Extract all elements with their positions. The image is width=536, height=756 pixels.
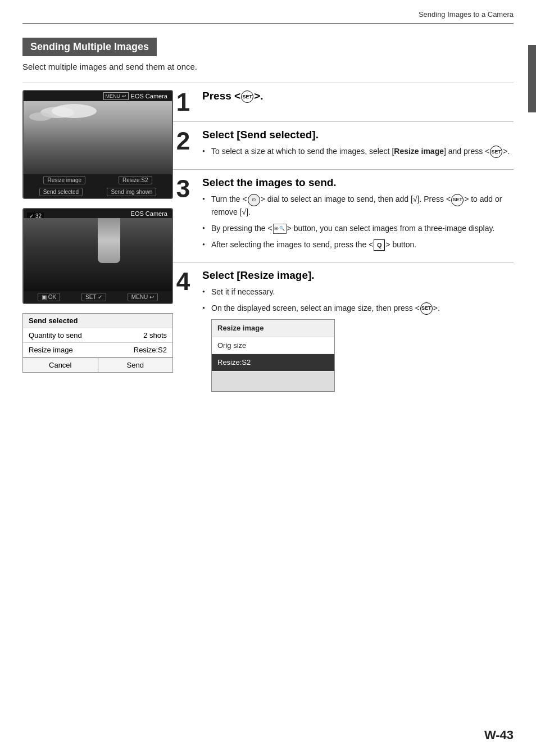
step-2-content: Select [Send selected]. To select a size… xyxy=(202,129,510,162)
cam1-top-bar: MENU ↩ EOS Camera xyxy=(24,91,172,101)
step-3-title: Select the images to send. xyxy=(202,176,514,189)
thumb-icon: ⊞·🔍 xyxy=(273,224,287,234)
cloud2 xyxy=(52,104,97,118)
step-3-bullet-3: After selecting the images to send, pres… xyxy=(202,239,514,251)
steps-right: 1 Press <SET>. 2 Select [Send selected]. xyxy=(173,90,514,399)
section-divider xyxy=(22,83,514,83)
ui-send-selected-label: Send selected xyxy=(29,316,78,325)
q-btn-icon: Q xyxy=(374,239,385,251)
waterfall-white xyxy=(98,218,120,263)
send-selected-btn: Send selected xyxy=(39,188,83,196)
camera-screen-2: ✓ 32 EOS Camera ▣ OK SET ✓ MENU ↩ xyxy=(22,208,173,304)
cancel-button[interactable]: Cancel xyxy=(23,358,98,372)
step-3-row: 3 Select the images to send. Turn the <⊙… xyxy=(173,176,514,255)
cam2-image xyxy=(24,218,172,291)
step1-divider xyxy=(173,121,514,122)
step-4-bullet-1: Set it if necessary. xyxy=(202,286,440,298)
cam1-bottom-bar: Resize image Resize:S2 xyxy=(24,174,172,186)
menu-icon: MENU ↩ xyxy=(103,92,129,100)
ui-quantity-value: 2 shots xyxy=(143,331,167,339)
step-4-title: Select [Resize image]. xyxy=(202,269,440,282)
step-3-bullet-1: Turn the <⊙> dial to select an image to … xyxy=(202,193,514,218)
step-1-content: Press <SET>. xyxy=(202,90,264,115)
cam2-ok-btn: ▣ OK xyxy=(38,293,60,301)
step-4-num: 4 xyxy=(173,269,193,392)
ui-screen: Send selected Quantity to send 2 shots R… xyxy=(22,313,173,373)
set-icon-1: SET xyxy=(241,90,253,103)
send-img-shown-btn: Send img shown xyxy=(107,188,156,196)
step-2-bullet-1: To select a size at which to send the im… xyxy=(202,146,510,158)
subtitle: Select multiple images and send them at … xyxy=(22,62,514,71)
ui-row-resize: Resize image Resize:S2 xyxy=(23,343,172,357)
step-3-body: Turn the <⊙> dial to select an image to … xyxy=(202,193,514,251)
cloud3 xyxy=(29,112,52,121)
resize-dropdown-header: Resize image xyxy=(212,320,334,337)
step2-divider xyxy=(173,169,514,170)
camera-screen-1: MENU ↩ EOS Camera Resize image Resize:S2… xyxy=(22,90,173,199)
page-header: Sending Images to a Camera xyxy=(0,0,536,23)
dial-icon: ⊙ xyxy=(248,194,260,206)
ui-row-header: Send selected xyxy=(23,314,172,328)
step-2-num: 2 xyxy=(173,129,193,162)
set-icon-4: SET xyxy=(420,302,433,315)
step-3-num: 3 xyxy=(173,176,193,255)
step-2-title: Select [Send selected]. xyxy=(202,129,510,141)
ui-resize-value: Resize:S2 xyxy=(134,346,167,354)
content-area: Sending Multiple Images Select multiple … xyxy=(0,24,536,421)
cam1-image xyxy=(24,101,172,174)
resize-s2-btn: Resize:S2 xyxy=(119,176,152,184)
step-2-row: 2 Select [Send selected]. To select a si… xyxy=(173,129,514,162)
resize-image-btn: Resize image xyxy=(43,176,85,184)
step-1-num: 1 xyxy=(173,90,193,115)
resize-s2: Resize:S2 xyxy=(212,354,334,372)
step-4-content: Select [Resize image]. Set it if necessa… xyxy=(202,269,440,392)
ui-row-quantity: Quantity to send 2 shots xyxy=(23,328,172,343)
set-icon-3: SET xyxy=(451,194,464,206)
right-sidebar-strip xyxy=(528,45,536,112)
step-1-title: Press <SET>. xyxy=(202,90,264,103)
step-3-content: Select the images to send. Turn the <⊙> … xyxy=(202,176,514,255)
resize-orig-size: Orig size xyxy=(212,337,334,355)
main-layout: MENU ↩ EOS Camera Resize image Resize:S2… xyxy=(22,90,514,399)
step-4-row: 4 Select [Resize image]. Set it if neces… xyxy=(173,269,514,392)
header-text: Sending Images to a Camera xyxy=(419,10,514,19)
section-title: Sending Multiple Images xyxy=(22,38,157,56)
page-number: W-43 xyxy=(484,728,514,743)
step-3-bullet-2: By pressing the <⊞·🔍> button, you can se… xyxy=(202,223,514,234)
ui-quantity-label: Quantity to send xyxy=(29,331,82,339)
cam1-bottom-bar2: Send selected Send img shown xyxy=(24,186,172,198)
ui-resize-label: Resize image xyxy=(29,346,73,354)
cam1-label: EOS Camera xyxy=(131,93,167,99)
cam2-set-btn: SET ✓ xyxy=(81,293,106,301)
step-4-bullet-2: On the displayed screen, select an image… xyxy=(202,302,440,315)
step-2-body: To select a size at which to send the im… xyxy=(202,146,510,158)
cam2-menu-btn: MENU ↩ xyxy=(128,293,158,301)
set-icon-2: SET xyxy=(490,146,502,158)
cam2-top-bar: ✓ 32 EOS Camera xyxy=(24,209,172,218)
step3-divider xyxy=(173,262,514,262)
cam2-label: EOS Camera xyxy=(131,210,167,217)
step-4-body: Set it if necessary. On the displayed sc… xyxy=(202,286,440,392)
ui-screen-buttons: Cancel Send xyxy=(23,357,172,372)
resize-empty xyxy=(212,372,334,392)
resize-dropdown: Resize image Orig size Resize:S2 xyxy=(211,319,335,392)
send-button[interactable]: Send xyxy=(98,358,173,372)
cam2-bottom-bar: ▣ OK SET ✓ MENU ↩ xyxy=(24,291,172,303)
waterfall-scene xyxy=(24,218,172,291)
sky-scene xyxy=(24,101,172,174)
step-1-row: 1 Press <SET>. xyxy=(173,90,514,115)
screens-left: MENU ↩ EOS Camera Resize image Resize:S2… xyxy=(22,90,173,399)
